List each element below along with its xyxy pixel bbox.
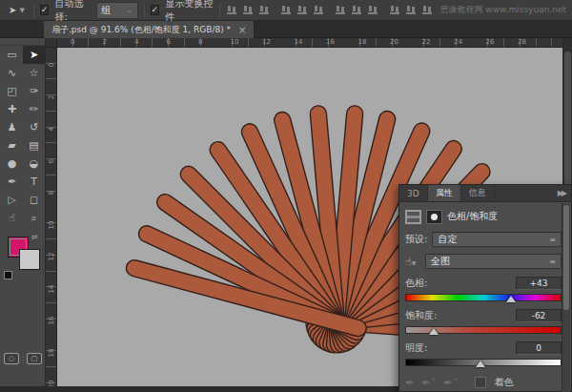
eyedropper-tool[interactable]: ✑	[23, 82, 45, 100]
v-ruler-number: 18	[48, 348, 55, 358]
type-tool[interactable]: T	[23, 173, 45, 191]
photoshop-window: ➤ ▼ ✓ 自动选择: 组 ⌄ ✓ 显示变换控件 思缘教程网 www.missy…	[0, 0, 572, 392]
distribute-left-edges-icon[interactable]	[389, 5, 401, 15]
healing-brush-tool[interactable]: ✚	[1, 100, 23, 118]
shape-tool[interactable]: ◻	[23, 191, 45, 209]
eyedropper-icon[interactable]: ✒	[405, 377, 414, 389]
preset-dropdown[interactable]: 自定 ≡	[432, 232, 562, 247]
move-tool-icon: ➤	[9, 5, 16, 15]
h-ruler-number: 16	[326, 38, 335, 46]
show-transform-controls-checkbox[interactable]: ✓	[151, 5, 160, 15]
rectangular-marquee-tool[interactable]: ▭	[1, 46, 23, 64]
distribute-right-edges-icon[interactable]	[421, 5, 434, 15]
lightness-slider-thumb[interactable]	[476, 361, 485, 367]
separator	[144, 3, 145, 18]
swap-colors-icon[interactable]: ⇄	[31, 233, 38, 241]
hue-saturation-adjustment-icon[interactable]	[405, 210, 421, 224]
saturation-value-input[interactable]: -62	[516, 309, 562, 322]
document-tab-title: 扇子.psd @ 91.6% (色相/饱和度 1, RGB/8) *	[51, 24, 231, 36]
auto-select-scope-dropdown[interactable]: 组 ⌄	[96, 2, 138, 19]
move-tool[interactable]: ➤	[23, 46, 45, 64]
close-icon[interactable]: ×	[238, 25, 246, 35]
document-tab-bar: 扇子.psd @ 91.6% (色相/饱和度 1, RGB/8) * ×	[0, 21, 572, 38]
align-right-edges-icon[interactable]	[313, 5, 325, 15]
channel-value: 全图	[431, 255, 450, 268]
colorize-checkbox[interactable]	[475, 377, 486, 388]
auto-select-scope-value: 组	[102, 4, 112, 17]
move-tool-preset-button[interactable]: ➤ ▼	[6, 3, 28, 17]
v-ruler-number: 4	[48, 124, 55, 134]
align-left-edges-icon[interactable]	[280, 5, 293, 15]
zoom-tool[interactable]: ⌕	[23, 209, 45, 227]
collapse-panel-icon[interactable]: ▶▶	[552, 185, 571, 201]
document-tab[interactable]: 扇子.psd @ 91.6% (色相/饱和度 1, RGB/8) * ×	[44, 21, 255, 38]
clone-stamp-tool[interactable]: ♟	[1, 118, 23, 136]
crop-tool[interactable]: ◰	[1, 82, 23, 100]
screen-mode-button[interactable]: ▢	[27, 353, 42, 364]
layer-mask-icon[interactable]	[426, 210, 442, 224]
panel-tab-bar: 3D属性信息▶▶	[399, 185, 571, 202]
scrollbar-thumb[interactable]	[564, 52, 571, 195]
targeted-adjustment-hand-icon[interactable]: ☝▼	[405, 256, 420, 268]
preset-label: 预设:	[405, 233, 427, 246]
saturation-slider-thumb[interactable]	[429, 328, 439, 335]
channel-dropdown[interactable]: 全图 ≡	[425, 254, 562, 269]
h-ruler-number: 18	[358, 38, 367, 46]
panel-tab-3D[interactable]: 3D	[399, 185, 428, 201]
lightness-slider[interactable]	[405, 359, 562, 366]
default-colors-icon[interactable]	[4, 271, 12, 279]
hue-label: 色相:	[405, 277, 427, 290]
h-ruler-number: 6	[167, 38, 171, 46]
distribute-bottom-edges-icon[interactable]	[367, 5, 379, 15]
panel-scrollbar-thumb[interactable]	[563, 205, 569, 310]
blur-tool[interactable]: ●	[1, 155, 23, 173]
brush-tool[interactable]: ✏	[23, 100, 45, 118]
auto-select-checkbox[interactable]: ✓	[40, 5, 50, 15]
saturation-slider[interactable]	[405, 326, 562, 334]
alignment-buttons-group	[226, 5, 434, 15]
separator	[33, 3, 34, 18]
history-brush-tool[interactable]: ↺	[23, 118, 45, 136]
color-swatches: ⇄	[0, 233, 45, 282]
magic-wand-tool[interactable]: ☆	[23, 64, 45, 82]
lightness-value-input[interactable]: 0	[516, 341, 562, 355]
adjustment-title: 色相/饱和度	[447, 210, 498, 223]
separator	[219, 3, 220, 18]
h-ruler-number: 22	[422, 38, 431, 46]
horizontal-ruler: 0246810121416182022242628	[57, 38, 562, 48]
h-ruler-number: 8	[198, 38, 202, 46]
align-horizontal-centers-icon[interactable]	[296, 5, 309, 15]
watermark-text: 思缘教程网 www.missyuan.net	[439, 4, 566, 16]
hue-slider-thumb[interactable]	[506, 296, 516, 302]
quick-mask-button[interactable]: ○	[4, 353, 19, 364]
panel-tab-信息[interactable]: 信息	[461, 185, 495, 201]
subtract-from-sample-eyedropper-icon[interactable]: ✒−	[443, 376, 458, 389]
h-ruler-number: 26	[486, 38, 495, 46]
eraser-tool[interactable]: ▰	[1, 136, 23, 155]
hue-value-input[interactable]: +43	[516, 277, 562, 290]
path-selection-tool[interactable]: ▷	[1, 191, 23, 209]
lasso-tool[interactable]: ∿	[1, 64, 23, 82]
tool-options-bar: ➤ ▼ ✓ 自动选择: 组 ⌄ ✓ 显示变换控件 思缘教程网 www.missy…	[0, 0, 572, 21]
align-bottom-edges-icon[interactable]	[258, 5, 271, 15]
saturation-label: 饱和度:	[405, 309, 437, 322]
distribute-top-edges-icon[interactable]	[335, 5, 347, 15]
dodge-tool[interactable]: ◒	[23, 155, 45, 173]
align-vertical-centers-icon[interactable]	[242, 5, 255, 15]
colorize-label: 着色	[494, 376, 513, 389]
toolbox-grip[interactable]	[0, 38, 45, 46]
distribute-horizontal-centers-icon[interactable]	[405, 5, 418, 15]
pen-tool[interactable]: ✒	[1, 173, 23, 191]
align-top-edges-icon[interactable]	[226, 5, 238, 15]
gradient-tool[interactable]: ▤	[23, 136, 45, 155]
hand-tool[interactable]: ☝	[1, 209, 23, 227]
background-color-swatch[interactable]	[19, 249, 40, 270]
panel-scrollbar[interactable]	[562, 203, 570, 392]
hue-slider[interactable]	[405, 294, 562, 301]
ruler-origin-corner[interactable]	[46, 38, 57, 48]
h-ruler-number: 14	[295, 38, 303, 46]
add-to-sample-eyedropper-icon[interactable]: ✒+	[421, 376, 436, 389]
lightness-label: 明度:	[405, 341, 427, 355]
distribute-vertical-centers-icon[interactable]	[351, 5, 363, 15]
panel-tab-属性[interactable]: 属性	[428, 185, 461, 201]
